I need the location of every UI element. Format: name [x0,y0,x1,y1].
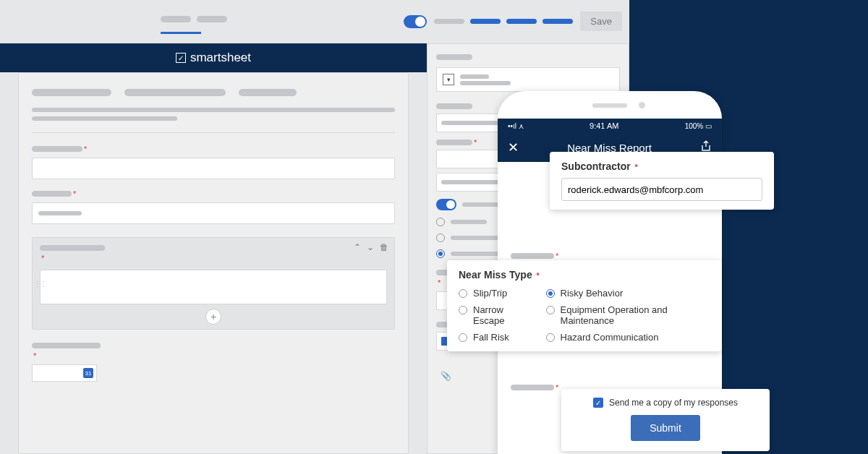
copy-responses-label: Send me a copy of my responses [609,398,738,408]
description-line [32,108,395,112]
field-type-select[interactable]: ▾ [436,67,620,92]
radio-option[interactable] [436,218,445,226]
copy-responses-row[interactable]: ✓ Send me a copy of my responses [571,398,760,408]
submit-button[interactable]: Submit [631,415,700,441]
radio-label: Equipment Operation and Maintenance [561,304,710,326]
phone-status-bar: ••ıl ⋏ 9:41 AM 100% ▭ [498,119,722,133]
subcontractor-input[interactable] [561,178,762,201]
paperclip-icon: 📎 [441,371,451,381]
drag-handle-icon[interactable]: ⋮⋮ [34,280,46,288]
required-asterisk: * [41,254,44,262]
divider [32,132,395,133]
required-asterisk: * [33,351,36,360]
form-title-placeholders [32,89,395,96]
text-input[interactable] [32,158,395,179]
top-toolbar: Save [0,0,629,43]
phone-battery: 100% [685,122,704,130]
radio-selected-icon[interactable] [546,289,555,298]
description-line [32,116,177,121]
submit-card: ✓ Send me a copy of my responses Submit [561,389,770,451]
radio-label: Narrow Escape [473,304,532,326]
move-up-icon[interactable]: ⌃ [354,242,361,252]
date-input[interactable]: 31 [32,364,97,382]
save-button[interactable]: Save [580,12,622,31]
text-input[interactable] [32,202,395,224]
brand-header: ✓ smartsheet [0,43,427,72]
tab-indicator [161,32,201,34]
move-down-icon[interactable]: ⌄ [367,242,374,252]
form-builder-panel: * * ⋮⋮ ⌃ ⌄ 🗑 * + * 31 [18,72,409,454]
required-asterisk: * [635,163,638,171]
textarea-input[interactable] [40,270,387,304]
radio-option[interactable]: Equipment Operation and Maintenance [546,304,710,326]
required-asterisk: * [537,271,540,280]
step-4 [542,19,573,24]
required-asterisk: * [73,189,76,198]
radio-label: Hazard Communication [561,332,659,343]
radio-label: Risky Behavior [561,288,624,299]
radio-option-selected[interactable] [436,249,445,258]
brand-logo-icon: ✓ [176,53,186,63]
tab-placeholder[interactable] [161,16,191,22]
radio-option[interactable] [436,234,445,242]
radio-icon[interactable] [546,333,555,342]
field-block-1[interactable]: * [32,145,395,179]
near-miss-type-label: Near Miss Type [459,269,532,280]
dropdown-icon: ▾ [443,74,454,85]
subcontractor-card: Subcontractor * [550,152,774,210]
add-field-button[interactable]: + [205,309,221,325]
near-miss-type-card: Near Miss Type * Slip/TripNarrow EscapeF… [447,260,722,351]
brand-name: smartsheet [190,51,251,65]
radio-icon[interactable] [459,306,467,314]
top-tabs [161,16,227,22]
radio-icon[interactable] [459,289,467,298]
required-asterisk: * [84,145,87,153]
field-block-2[interactable]: * [32,189,395,224]
radio-icon[interactable] [546,306,555,314]
checkbox-checked-icon[interactable]: ✓ [593,398,603,408]
progress-steps [434,19,573,24]
radio-option[interactable]: Hazard Communication [546,332,710,343]
phone-speaker [592,103,627,108]
toggle-switch[interactable] [436,199,456,210]
delete-icon[interactable]: 🗑 [380,242,388,252]
radio-label: Fall Risk [473,332,509,343]
radio-option[interactable]: Fall Risk [459,332,532,343]
top-right-controls: Save [404,12,622,31]
toggle-switch[interactable] [404,15,427,28]
step-1 [434,19,464,24]
step-2 [470,19,501,24]
phone-camera [639,102,645,108]
radio-icon[interactable] [459,333,467,342]
field-editor-block[interactable]: ⋮⋮ ⌃ ⌄ 🗑 * + [32,237,395,330]
field-controls: ⌃ ⌄ 🗑 [354,242,388,252]
radio-option[interactable]: Risky Behavior [546,288,710,299]
radio-option[interactable]: Narrow Escape [459,304,532,326]
radio-label: Slip/Trip [473,288,507,299]
step-3 [506,19,537,24]
close-icon[interactable]: ✕ [508,140,519,155]
signal-icon: ••ıl ⋏ [508,122,524,130]
phone-time: 9:41 AM [590,121,618,130]
calendar-icon[interactable]: 31 [83,368,93,378]
tab-placeholder[interactable] [197,16,227,22]
subcontractor-label: Subcontractor [561,160,631,172]
radio-option[interactable]: Slip/Trip [459,288,532,299]
